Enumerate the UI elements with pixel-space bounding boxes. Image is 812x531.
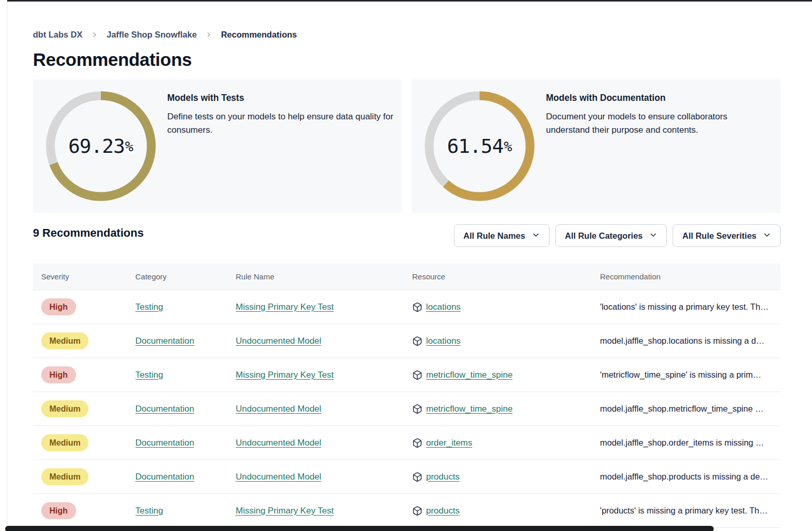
chevron-right-icon bbox=[91, 31, 98, 38]
filter-label: All Rule Severities bbox=[682, 231, 756, 241]
breadcrumb: dbt Labs DX Jaffle Shop Snowflake Recomm… bbox=[33, 30, 297, 40]
tests-donut-chart: 69.23% bbox=[46, 91, 156, 201]
severity-badge: High bbox=[41, 502, 76, 519]
severity-badge: Medium bbox=[41, 400, 89, 417]
category-link[interactable]: Documentation bbox=[135, 472, 194, 482]
column-header-recommendation: Recommendation bbox=[600, 272, 781, 281]
table-row: Medium Documentation Undocumented Model … bbox=[33, 460, 781, 494]
recommendation-text: model.jaffle_shop.locations is missing a… bbox=[600, 336, 781, 346]
category-link[interactable]: Documentation bbox=[135, 336, 194, 346]
recommendations-count-title: 9 Recommendations bbox=[33, 226, 144, 240]
resource-link[interactable]: products bbox=[426, 472, 460, 482]
models-with-documentation-card: 61.54% Models with Documentation Documen… bbox=[412, 79, 781, 213]
filter-bar: All Rule Names All Rule Categories All R… bbox=[454, 224, 781, 247]
card-description: Document your models to ensure collabora… bbox=[546, 110, 748, 137]
documentation-donut-chart: 61.54% bbox=[425, 91, 535, 201]
rule-name-link[interactable]: Missing Primary Key Test bbox=[236, 370, 334, 380]
breadcrumb-account-link[interactable]: dbt Labs DX bbox=[33, 30, 82, 40]
recommendation-text: model.jaffle_shop.order_items is missing… bbox=[600, 438, 781, 448]
table-row: High Testing Missing Primary Key Test pr… bbox=[33, 494, 781, 528]
card-title: Models with Tests bbox=[167, 93, 402, 103]
column-header-category: Category bbox=[135, 272, 236, 281]
table-row: High Testing Missing Primary Key Test lo… bbox=[33, 290, 781, 324]
rule-names-filter-dropdown[interactable]: All Rule Names bbox=[454, 224, 550, 247]
rule-severities-filter-dropdown[interactable]: All Rule Severities bbox=[673, 224, 781, 247]
dbt-explorer-recommendations-page: dbt Labs DX Jaffle Shop Snowflake Recomm… bbox=[0, 0, 812, 531]
left-panel-divider bbox=[7, 0, 7, 531]
resource-link[interactable]: metricflow_time_spine bbox=[426, 370, 513, 380]
filter-label: All Rule Names bbox=[464, 231, 525, 241]
recommendation-text: 'metricflow_time_spine' is missing a pri… bbox=[600, 370, 781, 380]
category-link[interactable]: Documentation bbox=[135, 438, 194, 448]
cube-icon bbox=[412, 472, 422, 482]
resource-link[interactable]: metricflow_time_spine bbox=[426, 404, 513, 414]
category-link[interactable]: Testing bbox=[135, 506, 163, 516]
resource-link[interactable]: products bbox=[426, 506, 460, 516]
chevron-down-icon bbox=[763, 231, 771, 241]
rule-name-link[interactable]: Missing Primary Key Test bbox=[236, 506, 334, 516]
models-with-tests-card: 69.23% Models with Tests Define tests on… bbox=[33, 79, 402, 213]
window-top-edge bbox=[7, 0, 812, 2]
column-header-severity: Severity bbox=[41, 272, 135, 281]
rule-name-link[interactable]: Undocumented Model bbox=[236, 438, 321, 448]
page-title: Recommendations bbox=[33, 49, 192, 70]
cube-icon bbox=[412, 404, 422, 414]
category-link[interactable]: Documentation bbox=[135, 404, 194, 414]
filter-label: All Rule Categories bbox=[565, 231, 643, 241]
resource-link[interactable]: locations bbox=[426, 302, 461, 312]
severity-badge: High bbox=[41, 298, 76, 315]
severity-badge: Medium bbox=[41, 434, 89, 451]
table-row: Medium Documentation Undocumented Model … bbox=[33, 324, 781, 358]
severity-badge: Medium bbox=[41, 468, 89, 485]
chevron-right-icon bbox=[205, 31, 212, 38]
donut-percent-label: 69.23% bbox=[46, 91, 156, 201]
cube-icon bbox=[412, 302, 422, 312]
column-header-resource: Resource bbox=[412, 272, 600, 281]
cube-icon bbox=[412, 438, 422, 448]
rule-name-link[interactable]: Undocumented Model bbox=[236, 404, 321, 414]
category-link[interactable]: Testing bbox=[135, 370, 163, 380]
card-description: Define tests on your models to help ensu… bbox=[167, 110, 402, 137]
table-row: Medium Documentation Undocumented Model … bbox=[33, 392, 781, 426]
donut-percent-label: 61.54% bbox=[425, 91, 535, 201]
rule-name-link[interactable]: Undocumented Model bbox=[236, 336, 321, 346]
chevron-down-icon bbox=[532, 231, 540, 241]
cube-icon bbox=[412, 336, 422, 346]
horizontal-scrollbar[interactable] bbox=[5, 526, 714, 531]
recommendation-text: model.jaffle_shop.metricflow_time_spine … bbox=[600, 404, 781, 414]
table-row: Medium Documentation Undocumented Model … bbox=[33, 426, 781, 460]
category-link[interactable]: Testing bbox=[135, 302, 163, 312]
recommendations-table: Severity Category Rule Name Resource Rec… bbox=[33, 263, 781, 528]
recommendation-text: 'products' is missing a primary key test… bbox=[600, 506, 781, 516]
breadcrumb-project-link[interactable]: Jaffle Shop Snowflake bbox=[107, 30, 197, 40]
cube-icon bbox=[412, 506, 422, 516]
cube-icon bbox=[412, 370, 422, 380]
resource-link[interactable]: locations bbox=[426, 336, 461, 346]
severity-badge: High bbox=[41, 366, 76, 383]
breadcrumb-current-page: Recommendations bbox=[221, 30, 297, 40]
card-title: Models with Documentation bbox=[546, 93, 748, 103]
column-header-rule-name: Rule Name bbox=[236, 272, 412, 281]
severity-badge: Medium bbox=[41, 332, 89, 349]
table-header-row: Severity Category Rule Name Resource Rec… bbox=[33, 263, 781, 290]
recommendation-text: 'locations' is missing a primary key tes… bbox=[600, 302, 781, 312]
rule-name-link[interactable]: Undocumented Model bbox=[236, 472, 321, 482]
chevron-down-icon bbox=[649, 231, 657, 241]
resource-link[interactable]: order_items bbox=[426, 438, 472, 448]
summary-cards: 69.23% Models with Tests Define tests on… bbox=[33, 79, 781, 213]
table-row: High Testing Missing Primary Key Test me… bbox=[33, 358, 781, 392]
recommendation-text: model.jaffle_shop.products is missing a … bbox=[600, 472, 781, 482]
rule-name-link[interactable]: Missing Primary Key Test bbox=[236, 302, 334, 312]
rule-categories-filter-dropdown[interactable]: All Rule Categories bbox=[555, 224, 667, 247]
